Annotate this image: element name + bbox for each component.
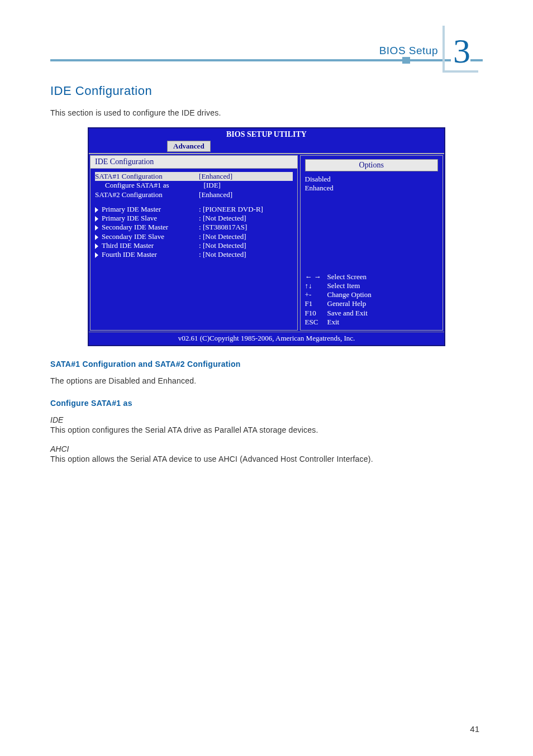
bios-row-configure-sata1-as[interactable]: Configure SATA#1 as [IDE] [95, 181, 293, 190]
bios-right-panel: Options Disabled Enhanced ← →Select Scre… [300, 155, 443, 331]
header-tick [402, 57, 410, 64]
bios-row-value: [IDE] [204, 181, 293, 190]
bios-row-value: [Enhanced] [199, 172, 292, 181]
header-section-label: BIOS Setup [379, 45, 438, 57]
page-number: 41 [470, 724, 479, 734]
bios-row-secondary-ide-master[interactable]: Secondary IDE Master : [ST380817AS] [95, 223, 293, 232]
bios-option-disabled: Disabled [305, 175, 438, 184]
bios-panel-heading: IDE Configuration [91, 156, 297, 169]
bios-row-label: Configure SATA#1 as [95, 181, 204, 190]
page-header: BIOS Setup 3 [50, 22, 483, 61]
bios-row-value: : [Not Detected] [199, 250, 292, 259]
intro-paragraph: This section is used to configure the ID… [50, 108, 483, 117]
header-rule [50, 59, 483, 61]
bios-row-fourth-ide-master[interactable]: Fourth IDE Master : [Not Detected] [95, 250, 293, 259]
bios-row-value: : [ST380817AS] [199, 223, 292, 232]
triangle-icon [95, 235, 98, 240]
bios-row-primary-ide-master[interactable]: Primary IDE Master : [PIONEER DVD-R] [95, 205, 293, 214]
legend-key: F1 [305, 299, 327, 308]
triangle-icon [95, 243, 98, 249]
legend-desc: Exit [327, 318, 438, 327]
bios-row-label: SATA#2 Configuration [95, 190, 199, 199]
bios-options-title: Options [305, 159, 438, 171]
bios-footer: v02.61 (C)Copyright 1985-2006, American … [89, 332, 444, 345]
legend-key: +- [305, 290, 327, 299]
bios-row-value: [Enhanced] [199, 190, 292, 199]
label-ahci: AHCI [50, 444, 483, 453]
legend-key: ← → [305, 272, 327, 281]
legend-desc: Select Screen [327, 272, 438, 281]
bios-screenshot: BIOS SETUP UTILITY Advanced IDE Configur… [88, 127, 445, 346]
bios-row-value: : [Not Detected] [199, 214, 292, 223]
bios-row-secondary-ide-slave[interactable]: Secondary IDE Slave : [Not Detected] [95, 232, 293, 241]
bios-row-primary-ide-slave[interactable]: Primary IDE Slave : [Not Detected] [95, 214, 293, 223]
bios-row-third-ide-master[interactable]: Third IDE Master : [Not Detected] [95, 241, 293, 250]
legend-desc: Select Item [327, 281, 438, 290]
triangle-icon [95, 225, 98, 231]
bios-row-label: Secondary IDE Slave [95, 232, 199, 241]
page-title: IDE Configuration [50, 84, 483, 98]
label-ide: IDE [50, 415, 483, 424]
bios-row-label: Fourth IDE Master [95, 250, 199, 259]
paragraph-ide-desc: This option configures the Serial ATA dr… [50, 425, 483, 434]
paragraph-ahci-desc: This option allows the Serial ATA device… [50, 454, 483, 463]
triangle-icon [95, 216, 98, 222]
bios-row-label: Third IDE Master [95, 241, 199, 250]
bios-row-label: Secondary IDE Master [95, 223, 199, 232]
bios-row-label: Primary IDE Master [95, 205, 199, 214]
bios-row-value: : [PIONEER DVD-R] [199, 205, 292, 214]
legend-desc: Save and Exit [327, 309, 438, 318]
bios-row-sata2-config[interactable]: SATA#2 Configuration [Enhanced] [95, 190, 293, 199]
subheading-configure-sata1-as: Configure SATA#1 as [50, 399, 483, 408]
legend-desc: General Help [327, 299, 438, 308]
legend-key: ↑↓ [305, 281, 327, 290]
paragraph-sata-options: The options are Disabled and Enhanced. [50, 376, 483, 385]
bios-row-sata1-config[interactable]: SATA#1 Configuration [Enhanced] [95, 172, 293, 181]
bios-left-panel: IDE Configuration SATA#1 Configuration [… [90, 155, 298, 331]
bios-window-title: BIOS SETUP UTILITY [89, 128, 444, 141]
bios-option-enhanced: Enhanced [305, 184, 438, 193]
bios-tab-row: Advanced [89, 141, 444, 153]
legend-desc: Change Option [327, 290, 438, 299]
header-chapter-number: 3 [451, 34, 470, 68]
subheading-sata-config: SATA#1 Configuration and SATA#2 Configur… [50, 360, 483, 369]
bios-row-label: SATA#1 Configuration [95, 172, 199, 181]
bios-row-value: : [Not Detected] [199, 232, 292, 241]
legend-key: ESC [305, 318, 327, 327]
triangle-icon [95, 252, 98, 258]
bios-key-legend: ← →Select Screen ↑↓Select Item +-Change … [305, 272, 438, 327]
bios-row-label: Primary IDE Slave [95, 214, 199, 223]
bios-tab-advanced[interactable]: Advanced [167, 141, 211, 152]
legend-key: F10 [305, 309, 327, 318]
triangle-icon [95, 207, 98, 213]
bios-row-value: : [Not Detected] [199, 241, 292, 250]
